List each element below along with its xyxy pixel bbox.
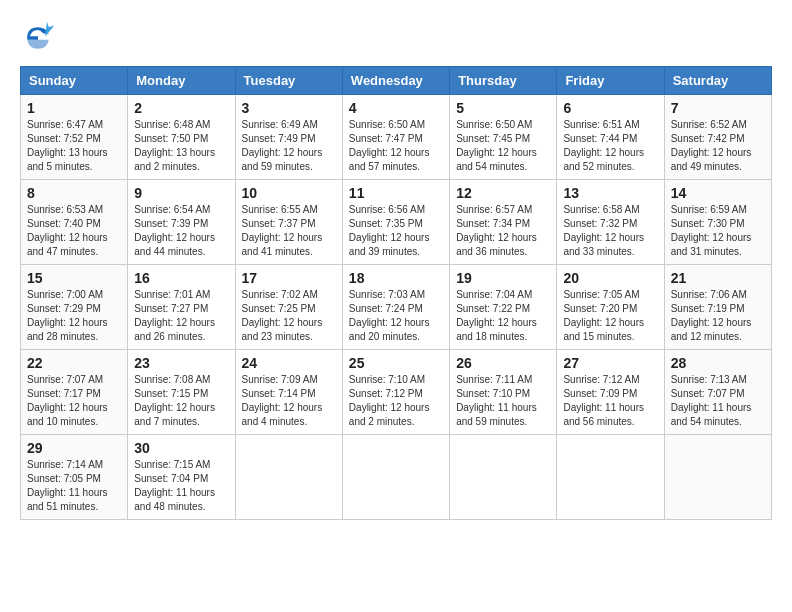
calendar-cell: 2Sunrise: 6:48 AMSunset: 7:50 PMDaylight…: [128, 95, 235, 180]
day-detail: Sunrise: 6:51 AMSunset: 7:44 PMDaylight:…: [563, 118, 657, 174]
day-number: 19: [456, 270, 550, 286]
day-number: 30: [134, 440, 228, 456]
day-detail: Sunrise: 6:49 AMSunset: 7:49 PMDaylight:…: [242, 118, 336, 174]
weekday-header-thursday: Thursday: [450, 67, 557, 95]
weekday-header-saturday: Saturday: [664, 67, 771, 95]
day-number: 11: [349, 185, 443, 201]
day-number: 14: [671, 185, 765, 201]
day-detail: Sunrise: 7:12 AMSunset: 7:09 PMDaylight:…: [563, 373, 657, 429]
day-number: 25: [349, 355, 443, 371]
calendar-cell: 29Sunrise: 7:14 AMSunset: 7:05 PMDayligh…: [21, 435, 128, 520]
calendar-cell: 19Sunrise: 7:04 AMSunset: 7:22 PMDayligh…: [450, 265, 557, 350]
logo: [20, 20, 60, 56]
day-detail: Sunrise: 7:05 AMSunset: 7:20 PMDaylight:…: [563, 288, 657, 344]
day-detail: Sunrise: 7:08 AMSunset: 7:15 PMDaylight:…: [134, 373, 228, 429]
calendar-cell: 6Sunrise: 6:51 AMSunset: 7:44 PMDaylight…: [557, 95, 664, 180]
day-detail: Sunrise: 6:57 AMSunset: 7:34 PMDaylight:…: [456, 203, 550, 259]
day-number: 29: [27, 440, 121, 456]
day-number: 2: [134, 100, 228, 116]
day-detail: Sunrise: 7:07 AMSunset: 7:17 PMDaylight:…: [27, 373, 121, 429]
day-detail: Sunrise: 7:14 AMSunset: 7:05 PMDaylight:…: [27, 458, 121, 514]
calendar-cell: 25Sunrise: 7:10 AMSunset: 7:12 PMDayligh…: [342, 350, 449, 435]
calendar-cell: 27Sunrise: 7:12 AMSunset: 7:09 PMDayligh…: [557, 350, 664, 435]
day-number: 17: [242, 270, 336, 286]
calendar-cell: 20Sunrise: 7:05 AMSunset: 7:20 PMDayligh…: [557, 265, 664, 350]
calendar-week-4: 22Sunrise: 7:07 AMSunset: 7:17 PMDayligh…: [21, 350, 772, 435]
logo-icon: [20, 20, 56, 56]
day-detail: Sunrise: 6:47 AMSunset: 7:52 PMDaylight:…: [27, 118, 121, 174]
calendar-cell: 12Sunrise: 6:57 AMSunset: 7:34 PMDayligh…: [450, 180, 557, 265]
calendar-cell: 15Sunrise: 7:00 AMSunset: 7:29 PMDayligh…: [21, 265, 128, 350]
weekday-header-tuesday: Tuesday: [235, 67, 342, 95]
day-detail: Sunrise: 7:03 AMSunset: 7:24 PMDaylight:…: [349, 288, 443, 344]
calendar-cell: 8Sunrise: 6:53 AMSunset: 7:40 PMDaylight…: [21, 180, 128, 265]
calendar-cell: 5Sunrise: 6:50 AMSunset: 7:45 PMDaylight…: [450, 95, 557, 180]
day-number: 21: [671, 270, 765, 286]
day-number: 27: [563, 355, 657, 371]
calendar-cell: 7Sunrise: 6:52 AMSunset: 7:42 PMDaylight…: [664, 95, 771, 180]
day-number: 22: [27, 355, 121, 371]
day-number: 15: [27, 270, 121, 286]
calendar-week-1: 1Sunrise: 6:47 AMSunset: 7:52 PMDaylight…: [21, 95, 772, 180]
calendar-cell: 22Sunrise: 7:07 AMSunset: 7:17 PMDayligh…: [21, 350, 128, 435]
weekday-header-sunday: Sunday: [21, 67, 128, 95]
day-detail: Sunrise: 7:04 AMSunset: 7:22 PMDaylight:…: [456, 288, 550, 344]
calendar-cell: 28Sunrise: 7:13 AMSunset: 7:07 PMDayligh…: [664, 350, 771, 435]
day-detail: Sunrise: 6:53 AMSunset: 7:40 PMDaylight:…: [27, 203, 121, 259]
calendar-cell: 3Sunrise: 6:49 AMSunset: 7:49 PMDaylight…: [235, 95, 342, 180]
day-detail: Sunrise: 6:48 AMSunset: 7:50 PMDaylight:…: [134, 118, 228, 174]
calendar-cell: 23Sunrise: 7:08 AMSunset: 7:15 PMDayligh…: [128, 350, 235, 435]
day-number: 28: [671, 355, 765, 371]
day-number: 1: [27, 100, 121, 116]
day-detail: Sunrise: 6:50 AMSunset: 7:45 PMDaylight:…: [456, 118, 550, 174]
weekday-header-friday: Friday: [557, 67, 664, 95]
calendar-cell: 10Sunrise: 6:55 AMSunset: 7:37 PMDayligh…: [235, 180, 342, 265]
calendar-cell: [235, 435, 342, 520]
day-detail: Sunrise: 7:15 AMSunset: 7:04 PMDaylight:…: [134, 458, 228, 514]
calendar-cell: 18Sunrise: 7:03 AMSunset: 7:24 PMDayligh…: [342, 265, 449, 350]
calendar-cell: 17Sunrise: 7:02 AMSunset: 7:25 PMDayligh…: [235, 265, 342, 350]
calendar-cell: 14Sunrise: 6:59 AMSunset: 7:30 PMDayligh…: [664, 180, 771, 265]
calendar-week-5: 29Sunrise: 7:14 AMSunset: 7:05 PMDayligh…: [21, 435, 772, 520]
day-number: 26: [456, 355, 550, 371]
calendar-cell: 24Sunrise: 7:09 AMSunset: 7:14 PMDayligh…: [235, 350, 342, 435]
weekday-header-wednesday: Wednesday: [342, 67, 449, 95]
day-number: 5: [456, 100, 550, 116]
day-detail: Sunrise: 6:54 AMSunset: 7:39 PMDaylight:…: [134, 203, 228, 259]
calendar-cell: 21Sunrise: 7:06 AMSunset: 7:19 PMDayligh…: [664, 265, 771, 350]
day-number: 20: [563, 270, 657, 286]
day-number: 9: [134, 185, 228, 201]
calendar-cell: 26Sunrise: 7:11 AMSunset: 7:10 PMDayligh…: [450, 350, 557, 435]
weekday-header-monday: Monday: [128, 67, 235, 95]
calendar-cell: [342, 435, 449, 520]
header: [20, 20, 772, 56]
day-number: 3: [242, 100, 336, 116]
day-detail: Sunrise: 7:00 AMSunset: 7:29 PMDaylight:…: [27, 288, 121, 344]
calendar-cell: 30Sunrise: 7:15 AMSunset: 7:04 PMDayligh…: [128, 435, 235, 520]
calendar-week-2: 8Sunrise: 6:53 AMSunset: 7:40 PMDaylight…: [21, 180, 772, 265]
day-detail: Sunrise: 6:52 AMSunset: 7:42 PMDaylight:…: [671, 118, 765, 174]
day-number: 8: [27, 185, 121, 201]
day-number: 13: [563, 185, 657, 201]
calendar-cell: 13Sunrise: 6:58 AMSunset: 7:32 PMDayligh…: [557, 180, 664, 265]
calendar-header: SundayMondayTuesdayWednesdayThursdayFrid…: [21, 67, 772, 95]
day-number: 18: [349, 270, 443, 286]
calendar-cell: 11Sunrise: 6:56 AMSunset: 7:35 PMDayligh…: [342, 180, 449, 265]
calendar-cell: [557, 435, 664, 520]
calendar-cell: 16Sunrise: 7:01 AMSunset: 7:27 PMDayligh…: [128, 265, 235, 350]
day-detail: Sunrise: 6:58 AMSunset: 7:32 PMDaylight:…: [563, 203, 657, 259]
calendar-cell: [664, 435, 771, 520]
day-number: 10: [242, 185, 336, 201]
day-detail: Sunrise: 7:01 AMSunset: 7:27 PMDaylight:…: [134, 288, 228, 344]
day-detail: Sunrise: 6:59 AMSunset: 7:30 PMDaylight:…: [671, 203, 765, 259]
calendar-week-3: 15Sunrise: 7:00 AMSunset: 7:29 PMDayligh…: [21, 265, 772, 350]
day-number: 4: [349, 100, 443, 116]
calendar-cell: 4Sunrise: 6:50 AMSunset: 7:47 PMDaylight…: [342, 95, 449, 180]
day-number: 24: [242, 355, 336, 371]
calendar-cell: 1Sunrise: 6:47 AMSunset: 7:52 PMDaylight…: [21, 95, 128, 180]
day-number: 23: [134, 355, 228, 371]
day-detail: Sunrise: 7:13 AMSunset: 7:07 PMDaylight:…: [671, 373, 765, 429]
day-detail: Sunrise: 7:09 AMSunset: 7:14 PMDaylight:…: [242, 373, 336, 429]
day-detail: Sunrise: 7:11 AMSunset: 7:10 PMDaylight:…: [456, 373, 550, 429]
day-detail: Sunrise: 6:55 AMSunset: 7:37 PMDaylight:…: [242, 203, 336, 259]
